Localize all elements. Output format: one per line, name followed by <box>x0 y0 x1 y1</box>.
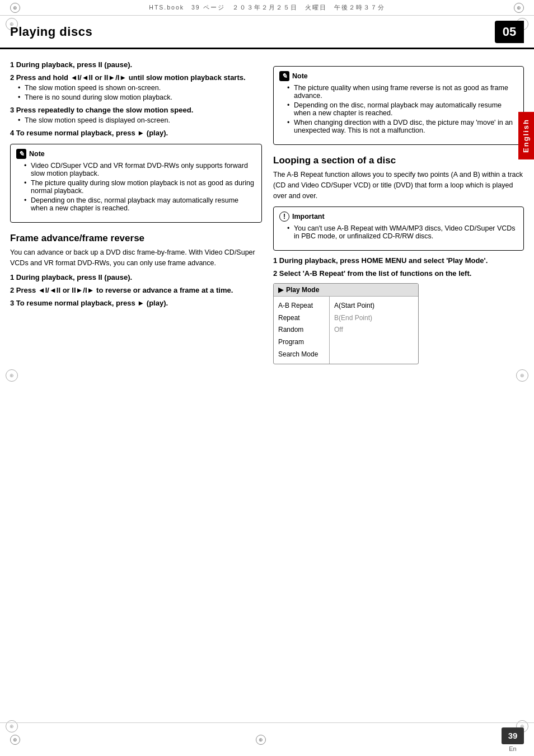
corner-registration-ml: ⊕ <box>6 369 18 382</box>
note-title-2: ✎ Note <box>279 71 518 81</box>
note-2-bullets: The picture quality when using frame rev… <box>287 84 518 134</box>
play-mode-item-search: Search Mode <box>278 349 325 361</box>
note-icon-2: ✎ <box>279 71 289 81</box>
note-icon-1: ✎ <box>16 149 26 159</box>
frame-step-1: 1 During playback, press II (pause). <box>10 273 262 281</box>
note-2-bullet-3: When changing direction with a DVD disc,… <box>287 119 518 134</box>
loop-step-1: 1 During playback, press HOME MENU and s… <box>273 256 524 265</box>
bottom-center: ⊕ <box>256 735 266 745</box>
reg-mark-left: ⊕ <box>10 3 20 13</box>
note-1-bullet-3: Depending on the disc, normal playback m… <box>24 196 256 212</box>
step-2-bullet-1: The slow motion speed is shown on-screen… <box>18 84 262 92</box>
note-2-bullet-1: The picture quality when using frame rev… <box>287 84 518 100</box>
right-column: ✎ Note The picture quality when using fr… <box>273 60 524 364</box>
note-1-bullets: Video CD/Super VCD and VR format DVD-RWs… <box>24 162 256 212</box>
play-mode-header: ▶ Play Mode <box>274 284 418 297</box>
step-3-bullet-1: The slow motion speed is displayed on-sc… <box>18 116 262 124</box>
loop-section-body: The A-B Repeat function allows you to sp… <box>273 170 524 201</box>
play-mode-table: ▶ Play Mode A-B Repeat Repeat Random Pro… <box>273 283 419 364</box>
note-title-1: ✎ Note <box>16 149 256 159</box>
important-bullet-1: You can't use A-B Repeat with WMA/MP3 di… <box>287 224 518 240</box>
page-number: 39 <box>502 727 524 744</box>
play-mode-left-col: A-B Repeat Repeat Random Program Search … <box>274 297 330 364</box>
page-title: Playing discs <box>10 25 92 39</box>
play-mode-item-random: Random <box>278 324 325 336</box>
play-mode-icon: ▶ <box>278 286 283 294</box>
note-box-1: ✎ Note Video CD/Super VCD and VR format … <box>10 144 262 223</box>
step-4: 4 To resume normal playback, press ► (pl… <box>10 129 262 137</box>
frame-step-2: 2 Press ◄I/◄II or II►/I► to reverse or a… <box>10 286 262 294</box>
important-bullets: You can't use A-B Repeat with WMA/MP3 di… <box>287 224 518 240</box>
note-box-2: ✎ Note The picture quality when using fr… <box>273 66 524 145</box>
chapter-badge: 05 <box>495 21 524 43</box>
step-3-bold: 3 Press repeatedly to change the slow mo… <box>10 106 262 114</box>
reg-mark-right: ⊕ <box>514 3 524 13</box>
page-en-label: En <box>509 745 516 752</box>
main-content: 1 During playback, press II (pause). 2 P… <box>0 49 534 375</box>
top-strip: ⊕ HTS.book 39 ページ ２０３年２月２５日 火曜日 午後２時３７分 … <box>0 0 534 16</box>
top-strip-text: HTS.book 39 ページ ２０３年２月２５日 火曜日 午後２時３７分 <box>149 4 385 12</box>
play-mode-item-ab-repeat: A-B Repeat <box>278 300 325 312</box>
corner-registration-mr: ⊕ <box>516 369 528 382</box>
step-2-bold: 2 Press and hold ◄I/◄II or II►/I► until … <box>10 73 262 82</box>
bottom-reg-left: ⊕ <box>10 735 20 745</box>
page-number-block: 39 En <box>502 727 524 752</box>
frame-step-3: 3 To resume normal playback, press ► (pl… <box>10 299 262 307</box>
play-mode-value-b: B(End Point) <box>334 312 374 325</box>
frame-section-body: You can advance or back up a DVD disc fr… <box>10 247 262 269</box>
note-1-bullet-2: The picture quality during slow motion p… <box>24 179 256 195</box>
language-tab: English <box>518 112 534 159</box>
play-mode-right-col: A(Start Point) B(End Point) Off <box>330 297 379 364</box>
play-mode-body: A-B Repeat Repeat Random Program Search … <box>274 297 418 364</box>
loop-step-2: 2 Select 'A-B Repeat' from the list of f… <box>273 269 524 278</box>
important-box: ! Important You can't use A-B Repeat wit… <box>273 206 524 251</box>
step-3-bullets: The slow motion speed is displayed on-sc… <box>18 116 262 124</box>
step-1: 1 During playback, press II (pause). <box>10 60 262 69</box>
bottom-crosshair: ⊕ <box>256 735 266 745</box>
step-2-bullets: The slow motion speed is shown on-screen… <box>18 84 262 101</box>
bottom-strip: ⊕ ⊕ 39 En <box>0 722 534 756</box>
note-1-bullet-1: Video CD/Super VCD and VR format DVD-RWs… <box>24 162 256 177</box>
play-mode-value-off: Off <box>334 324 374 336</box>
play-mode-item-program: Program <box>278 336 325 349</box>
play-mode-value-a: A(Start Point) <box>334 300 374 312</box>
step-2-bullet-2: There is no sound during slow motion pla… <box>18 93 262 101</box>
frame-section-title: Frame advance/frame reverse <box>10 233 262 244</box>
page-header: Playing discs 05 <box>0 16 534 49</box>
left-column: 1 During playback, press II (pause). 2 P… <box>10 60 262 364</box>
loop-section-title: Looping a section of a disc <box>273 155 524 166</box>
play-mode-item-repeat: Repeat <box>278 312 325 325</box>
important-icon: ! <box>279 212 289 222</box>
note-2-bullet-2: Depending on the disc, normal playback m… <box>287 101 518 117</box>
important-title: ! Important <box>279 212 518 222</box>
